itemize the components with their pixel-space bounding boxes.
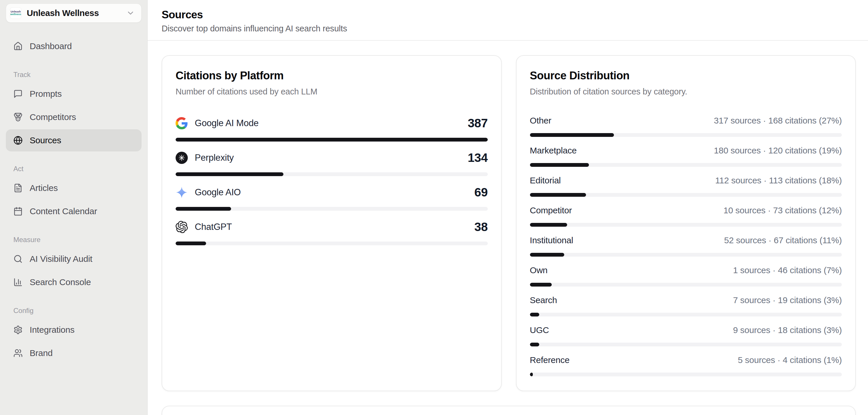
progress-fill (530, 373, 533, 376)
distribution-row-header: Reference 5 sources · 4 citations (1%) (530, 355, 842, 366)
card-subtitle: Distribution of citation sources by cate… (530, 86, 842, 97)
page-title: Sources (162, 9, 854, 21)
platform-value: 134 (468, 151, 488, 165)
category-stats: 10 sources · 73 citations (12%) (723, 205, 842, 215)
bar-chart-icon (13, 278, 23, 287)
progress-fill (176, 242, 206, 245)
progress-fill (530, 193, 586, 197)
category-stats: 5 sources · 4 citations (1%) (738, 355, 842, 365)
platform-label: Perplexity (195, 153, 234, 163)
sidebar-item-competitors[interactable]: Competitors (6, 106, 142, 128)
page-content: Citations by Platform Number of citation… (148, 41, 868, 415)
category-stats: 112 sources · 113 citations (18%) (715, 175, 842, 185)
progress-track (176, 207, 488, 211)
calendar-icon (13, 206, 23, 216)
category-stats: 180 sources · 120 citations (19%) (714, 146, 842, 156)
sidebar-item-prompts[interactable]: Prompts (6, 83, 142, 105)
distribution-row-header: Other 317 sources · 168 citations (27%) (530, 116, 842, 127)
distribution-row-header: Institutional 52 sources · 67 citations … (530, 235, 842, 247)
progress-track (530, 373, 842, 376)
category-label: Marketplace (530, 146, 577, 156)
platform-rows: Google AI Mode 387 Perplexity (176, 116, 488, 245)
platform-value: 38 (474, 220, 488, 234)
platform-value: 69 (474, 185, 488, 199)
app-root: Unleash wellness Unleash Wellness Dashbo… (0, 0, 868, 415)
progress-track (530, 343, 842, 346)
platform-row-google-ai-mode: Google AI Mode 387 (176, 116, 488, 141)
main-area: Sources Discover top domains influencing… (148, 0, 868, 415)
progress-track (530, 133, 842, 137)
page-subtitle: Discover top domains influencing AI sear… (162, 24, 854, 33)
sidebar-item-ai-visibility-audit[interactable]: AI Visibility Audit (6, 248, 142, 270)
category-label: Search (530, 295, 557, 305)
sidebar-section-measure: Measure (6, 236, 142, 244)
citations-by-platform-card: Citations by Platform Number of citation… (162, 55, 502, 391)
progress-track (530, 313, 842, 317)
chevron-down-icon (126, 9, 135, 18)
home-icon (13, 41, 23, 51)
platform-label: Google AI Mode (195, 118, 259, 128)
sidebar-item-label: Competitors (30, 112, 76, 122)
progress-fill (530, 223, 567, 227)
progress-track (530, 283, 842, 287)
distribution-row-ugc: UGC 9 sources · 18 citations (3%) (530, 325, 842, 346)
source-distribution-card: Source Distribution Distribution of cita… (516, 55, 856, 391)
category-stats: 52 sources · 67 citations (11%) (724, 235, 842, 245)
category-stats: 317 sources · 168 citations (27%) (714, 116, 842, 126)
sidebar-item-search-console[interactable]: Search Console (6, 271, 142, 293)
platform-row-header: Google AIO 69 (176, 185, 488, 200)
distribution-row-header: Competitor 10 sources · 73 citations (12… (530, 205, 842, 217)
page-header: Sources Discover top domains influencing… (148, 0, 868, 41)
users-icon (13, 348, 23, 358)
platform-row-chatgpt: ChatGPT 38 (176, 219, 488, 245)
sidebar-item-content-calendar[interactable]: Content Calendar (6, 200, 142, 222)
progress-fill (176, 207, 231, 211)
cards-grid: Citations by Platform Number of citation… (162, 55, 856, 391)
sidebar-item-dashboard[interactable]: Dashboard (6, 35, 142, 57)
sidebar-section-act: Act (6, 165, 142, 173)
globe-icon (13, 136, 23, 145)
category-stats: 9 sources · 18 citations (3%) (733, 325, 842, 335)
distribution-row-own: Own 1 sources · 46 citations (7%) (530, 265, 842, 287)
sidebar-item-articles[interactable]: Articles (6, 177, 142, 199)
card-title: Source Distribution (530, 69, 842, 83)
google-aio-icon (176, 186, 188, 198)
distribution-row-marketplace: Marketplace 180 sources · 120 citations … (530, 146, 842, 167)
progress-track (176, 138, 488, 141)
progress-fill (176, 172, 283, 176)
category-stats: 7 sources · 19 citations (3%) (733, 295, 842, 305)
sidebar-item-label: Dashboard (30, 41, 72, 51)
category-label: Competitor (530, 205, 572, 215)
sidebar-item-label: Sources (30, 135, 61, 145)
sidebar-nav: Dashboard Track Prompts Competitors Sour… (6, 35, 142, 364)
google-icon (176, 117, 188, 129)
platform-row-perplexity: Perplexity 134 (176, 150, 488, 176)
medal-icon (13, 113, 23, 122)
distribution-row-editorial: Editorial 112 sources · 113 citations (1… (530, 175, 842, 197)
progress-fill (530, 133, 614, 137)
distribution-row-header: Marketplace 180 sources · 120 citations … (530, 146, 842, 157)
progress-fill (530, 343, 539, 346)
sidebar-item-label: Integrations (30, 325, 74, 335)
chatgpt-icon (176, 221, 188, 233)
next-section-card (162, 406, 856, 415)
category-label: Own (530, 265, 548, 275)
distribution-row-search: Search 7 sources · 19 citations (3%) (530, 295, 842, 317)
sidebar-item-brand[interactable]: Brand (6, 342, 142, 364)
distribution-row-header: Search 7 sources · 19 citations (3%) (530, 295, 842, 306)
distribution-row-institutional: Institutional 52 sources · 67 citations … (530, 235, 842, 257)
sidebar-item-integrations[interactable]: Integrations (6, 319, 142, 341)
workspace-switcher[interactable]: Unleash wellness Unleash Wellness (6, 3, 142, 23)
progress-fill (176, 138, 488, 141)
progress-track (176, 172, 488, 176)
category-label: Reference (530, 355, 570, 365)
sidebar-item-sources[interactable]: Sources (6, 129, 142, 151)
search-icon (13, 254, 23, 264)
category-stats: 1 sources · 46 citations (7%) (733, 265, 842, 275)
card-title: Citations by Platform (176, 69, 488, 83)
progress-fill (530, 163, 589, 167)
platform-row-header: Google AI Mode 387 (176, 116, 488, 131)
message-square-icon (13, 89, 23, 98)
platform-label: ChatGPT (195, 222, 232, 232)
platform-row-header: ChatGPT 38 (176, 219, 488, 234)
